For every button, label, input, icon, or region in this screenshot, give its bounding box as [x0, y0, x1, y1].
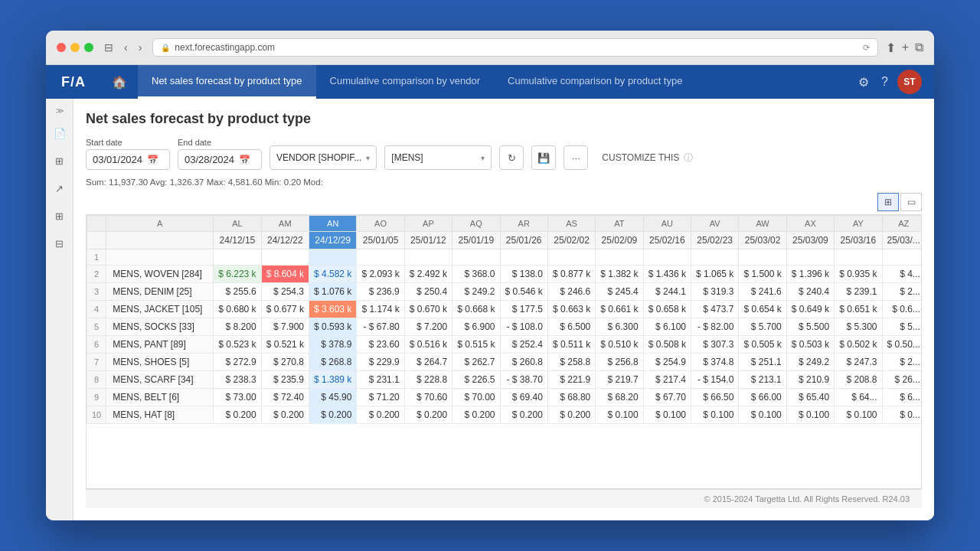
app-content: F/A 🏠 Net sales forecast by product type…: [46, 65, 934, 520]
date-header-4[interactable]: 25/01/05: [357, 232, 404, 249]
date-header-3[interactable]: 24/12/29: [309, 232, 357, 249]
list-view-button[interactable]: ▭: [900, 193, 922, 211]
date-header-14[interactable]: 25/03/16: [835, 232, 882, 249]
sidebar-icon-table[interactable]: ⊞: [49, 150, 70, 171]
row-6-v13: $ 0.503 k: [786, 336, 834, 354]
date-header-6[interactable]: 25/01/19: [452, 232, 500, 249]
date-header-9[interactable]: 25/02/09: [596, 232, 643, 249]
tab-cumulative-vendor[interactable]: Cumulative comparison by vendor: [316, 65, 495, 99]
col-header-AV[interactable]: AV: [691, 216, 739, 232]
row-8-v9: $ 219.7: [596, 371, 643, 389]
col-header-AT[interactable]: AT: [596, 216, 643, 232]
col-alpha-row: A AL AM AN AO AP AQ AR AS AT AU: [87, 216, 923, 232]
row-7-v3: $ 268.8: [309, 354, 357, 371]
col-header-AZ[interactable]: AZ: [882, 216, 922, 232]
col-header-AP[interactable]: AP: [404, 216, 452, 232]
toolbar: Start date 03/01/2024 📅 End date 03/28/2…: [86, 138, 922, 170]
col-header-AM[interactable]: AM: [261, 216, 309, 232]
col-header-AR[interactable]: AR: [500, 216, 547, 232]
date-header-8[interactable]: 25/02/02: [547, 232, 595, 249]
row-9-v9: $ 68.20: [596, 389, 643, 406]
col-header-AY[interactable]: AY: [835, 216, 882, 232]
tab-net-sales[interactable]: Net sales forecast by product type: [138, 65, 316, 99]
refresh-icon[interactable]: ⟳: [863, 43, 870, 53]
row-9-product: MENS, BELT [6]: [106, 389, 214, 406]
col-header-AQ[interactable]: AQ: [452, 216, 500, 232]
date-header-5[interactable]: 25/01/12: [404, 232, 452, 249]
customize-button[interactable]: CUSTOMIZE THIS ⓘ: [596, 145, 699, 170]
help-icon[interactable]: ?: [878, 72, 891, 92]
date-header-1[interactable]: 24/12/15: [214, 232, 261, 249]
col-header-AU[interactable]: AU: [643, 216, 691, 232]
more-options-button[interactable]: ···: [564, 145, 588, 170]
row-2-v6: $ 368.0: [452, 266, 500, 283]
row-3-v3: $ 1.076 k: [309, 283, 357, 301]
forward-button[interactable]: ›: [136, 40, 145, 55]
sidebar-icon-copy[interactable]: ⊟: [49, 233, 70, 254]
row-2-product: MENS, WOVEN [284]: [106, 266, 214, 283]
back-button[interactable]: ‹: [121, 40, 131, 55]
row-5-v9: $ 6.300: [596, 318, 643, 336]
sidebar-expand-button[interactable]: ≫: [54, 105, 65, 116]
col-header-AW[interactable]: AW: [739, 216, 786, 232]
category-filter-dropdown[interactable]: [MENS] ▾: [384, 145, 492, 170]
col-header-AN[interactable]: AN: [309, 216, 357, 232]
sidebar-icon-grid[interactable]: ⊞: [49, 205, 70, 227]
user-avatar[interactable]: ST: [897, 70, 922, 94]
row-10-v7: $ 0.200: [500, 406, 547, 424]
close-button[interactable]: [57, 43, 66, 52]
date-header-2[interactable]: 24/12/22: [261, 232, 309, 249]
maximize-button[interactable]: [84, 43, 93, 52]
col-header-AL[interactable]: AL: [214, 216, 261, 232]
settings-icon[interactable]: ⚙: [855, 72, 872, 93]
date-header-12[interactable]: 25/03/02: [739, 232, 786, 249]
data-table-container[interactable]: A AL AM AN AO AP AQ AR AS AT AU: [86, 214, 922, 489]
sidebar-icon-share[interactable]: ↗: [49, 178, 70, 199]
tabs-icon[interactable]: ⧉: [915, 41, 923, 55]
date-header-15[interactable]: 25/03/...: [882, 232, 922, 249]
refresh-data-button[interactable]: ↻: [499, 145, 524, 170]
row-10-product: MENS, HAT [8]: [106, 406, 214, 424]
row-3-v5: $ 250.4: [404, 283, 452, 301]
home-nav-button[interactable]: 🏠: [101, 75, 138, 90]
browser-window: ⊟ ‹ › 🔒 next.forecastingapp.com ⟳ ⬆ + ⧉ …: [46, 31, 934, 520]
date-header-product: [106, 232, 214, 249]
row-9-v3: $ 45.90: [309, 389, 357, 406]
grid-view-button[interactable]: ⊞: [877, 193, 899, 211]
table-row: 1: [87, 249, 923, 266]
row-9-v10: $ 67.70: [643, 389, 691, 406]
date-header-10[interactable]: 25/02/16: [643, 232, 691, 249]
date-header-7[interactable]: 25/01/26: [500, 232, 547, 249]
row-9-num: 9: [87, 389, 106, 406]
col-header-AO[interactable]: AO: [357, 216, 404, 232]
row-2-v1: $ 6.223 k: [214, 266, 261, 283]
view-toggle: ⊞ ▭: [877, 193, 922, 211]
col-header-AX[interactable]: AX: [786, 216, 834, 232]
start-date-input[interactable]: 03/01/2024 📅: [86, 149, 170, 170]
col-header-AS[interactable]: AS: [547, 216, 595, 232]
new-tab-icon[interactable]: +: [902, 41, 909, 55]
browser-action-buttons: ⬆ + ⧉: [886, 41, 923, 55]
date-header-13[interactable]: 25/03/09: [786, 232, 834, 249]
date-header-11[interactable]: 25/02/23: [691, 232, 739, 249]
row-1-v7: [500, 249, 547, 266]
row-9-v7: $ 69.40: [500, 389, 547, 406]
row-5-v10: $ 6.100: [643, 318, 691, 336]
address-bar[interactable]: 🔒 next.forecastingapp.com ⟳: [152, 38, 877, 57]
sidebar-toggle-button[interactable]: ⊟: [101, 40, 116, 55]
col-header-rownum: [87, 216, 106, 232]
end-date-field: End date 03/28/2024 📅: [178, 138, 262, 170]
col-header-A[interactable]: A: [106, 216, 214, 232]
tab-cumulative-product[interactable]: Cumulative comparison by product type: [494, 65, 696, 99]
row-5-v4: - $ 67.80: [357, 318, 404, 336]
save-button[interactable]: 💾: [531, 145, 556, 170]
row-1-v14: [835, 249, 882, 266]
share-icon[interactable]: ⬆: [886, 41, 896, 55]
end-date-input[interactable]: 03/28/2024 📅: [178, 149, 262, 170]
row-10-v12: $ 0.100: [739, 406, 786, 424]
row-7-v13: $ 249.2: [786, 354, 834, 371]
row-1-v8: [547, 249, 595, 266]
minimize-button[interactable]: [70, 43, 80, 52]
vendor-filter-dropdown[interactable]: VENDOR [SHOPIF... ▾: [270, 145, 377, 170]
sidebar-icon-image[interactable]: 📄: [49, 122, 70, 144]
